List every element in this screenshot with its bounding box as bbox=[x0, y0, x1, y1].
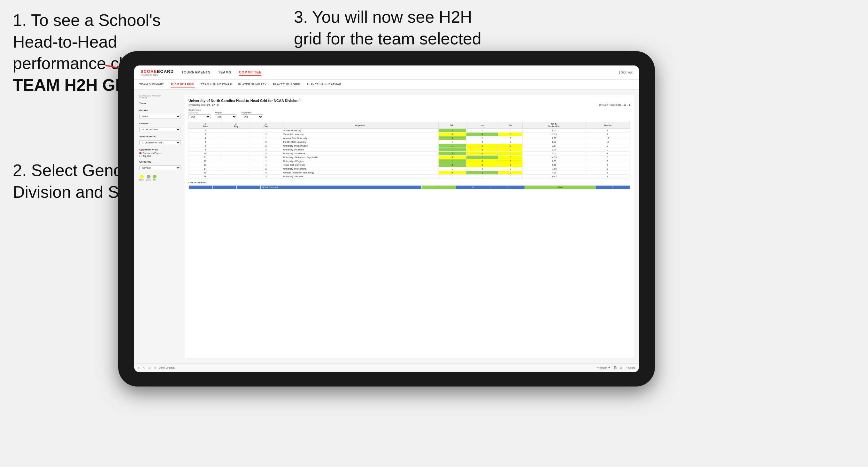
opponent-view-section: Opponent View Opponents Played Top 100 bbox=[139, 148, 181, 157]
team-section: Team bbox=[139, 102, 181, 106]
sub-nav-team-h2h-heatmap[interactable]: TEAM H2H HEATMAP bbox=[201, 81, 232, 88]
nav-teams[interactable]: TEAMS bbox=[218, 69, 231, 76]
col-loss: Loss bbox=[466, 122, 498, 129]
region-filter: Region (All) bbox=[215, 112, 237, 119]
colour-by-section: Colour by Win/loss bbox=[139, 160, 181, 170]
main-content: Last Updated: 27/03/2024 16:55:38 Team G… bbox=[134, 90, 639, 363]
right-panel: University of North Carolina Head-to-Hea… bbox=[185, 95, 634, 358]
sub-nav-player-h2h-grid[interactable]: PLAYER H2H GRID bbox=[273, 81, 300, 88]
instruction-step3: 3. You will now see H2H grid for the tea… bbox=[294, 6, 486, 50]
undo-icon[interactable]: ↩ bbox=[138, 366, 141, 370]
app-nav: SCORESCOREBOARDBOARD Powered by clippi T… bbox=[134, 65, 639, 80]
radio-opponents-played[interactable]: Opponents Played bbox=[139, 152, 181, 154]
app-logo: SCORESCOREBOARDBOARD Powered by clippi bbox=[141, 69, 174, 76]
opponent-select[interactable]: (All) bbox=[241, 114, 263, 119]
conference-select[interactable]: (All) bbox=[188, 114, 211, 119]
conference-filter: Conference Opponents: (All) bbox=[188, 109, 211, 119]
view-original[interactable]: View: Original bbox=[159, 366, 175, 369]
table-row: 12 1 University of Virginia 1 0 0 2.33 3 bbox=[189, 159, 630, 163]
legend-up: Up bbox=[153, 175, 157, 181]
opponent-filter: Opponent (All) bbox=[241, 112, 263, 119]
grid-icon[interactable]: ⊞ bbox=[620, 366, 622, 369]
table-row: 8 2 University of Washington 1 0 0 3.67 … bbox=[189, 144, 630, 148]
update-info: Last Updated: 27/03/2024 16:55:38 bbox=[139, 95, 181, 99]
col-win: Win bbox=[438, 122, 466, 129]
colour-by-select[interactable]: Win/loss bbox=[139, 165, 181, 170]
radio-dot-top100 bbox=[139, 155, 142, 157]
table-row: 9 3 University of Arizona 1 0 0 9.00 2 bbox=[189, 148, 630, 152]
bottom-toolbar: ↩ ↪ ⚙ ⏱ View: Original 👁 Watch ▼ 💬 ⊞ ↗ S… bbox=[134, 363, 639, 372]
radio-dot-opponents bbox=[139, 152, 142, 154]
col-opponent: Opponent bbox=[282, 122, 438, 129]
col-rank: #Rank bbox=[189, 122, 222, 129]
table-row: 13 1 Texas Tech University 3 0 0 5.56 9 bbox=[189, 163, 630, 167]
out-of-division-table: NCAA Division II 1 0 0 26.00 3 bbox=[188, 185, 630, 189]
col-diff: Diff AvStrokes/Rnd bbox=[523, 122, 586, 129]
table-row: 16 3 University of Florida 1 1 0 -6.42 9 bbox=[189, 175, 630, 179]
filter-row: Conference Opponents: (All) Region (All) bbox=[188, 109, 630, 119]
tablet: SCORESCOREBOARDBOARD Powered by clippi T… bbox=[118, 51, 655, 386]
region-select[interactable]: (All) bbox=[215, 114, 237, 119]
redo-icon[interactable]: ↪ bbox=[143, 366, 146, 370]
sub-nav: TEAM SUMMARY TEAM H2H GRID TEAM H2H HEAT… bbox=[134, 80, 639, 90]
sign-out[interactable]: | Sign out bbox=[619, 71, 632, 74]
gender-section: Gender Men's bbox=[139, 109, 181, 119]
table-row: 15 4 Georgia Institute of Technology 0 5… bbox=[189, 171, 630, 175]
table-row: 4 1 Arizona State University 5 1 0 2.29 … bbox=[189, 136, 630, 140]
school-select[interactable]: 1. University of Nort... bbox=[139, 140, 181, 145]
table-row: 14 2 University of Oklahoma 1 2 0 -1.00 … bbox=[189, 167, 630, 171]
grid-records: Overall Record: 89 - 17 - 0 Division Rec… bbox=[188, 103, 630, 106]
division-select[interactable]: NCAA Division I bbox=[139, 127, 181, 132]
col-tie: Tie bbox=[498, 122, 523, 129]
table-row: 3 2 Vanderbilt University 0 4 0 -2.29 8 bbox=[189, 132, 630, 136]
sub-nav-team-summary[interactable]: TEAM SUMMARY bbox=[139, 81, 164, 88]
watch-button[interactable]: 👁 Watch ▼ bbox=[597, 366, 610, 369]
sub-nav-team-h2h-grid[interactable]: TEAM H2H GRID bbox=[170, 81, 194, 88]
table-row: 2 1 Auburn University 2 1 0 1.67 9 bbox=[189, 129, 630, 132]
nav-items: TOURNAMENTS TEAMS COMMITTEE bbox=[182, 69, 619, 76]
col-conf: #Conf bbox=[250, 122, 282, 129]
table-row: 6 2 Florida State University 1 2 0 1.83 … bbox=[189, 140, 630, 144]
col-rounds: Rounds bbox=[586, 122, 630, 129]
table-row: 11 6 University of Arkansas, Fayettevill… bbox=[189, 156, 630, 159]
clock-icon: ⏱ bbox=[153, 366, 156, 370]
left-panel: Last Updated: 27/03/2024 16:55:38 Team G… bbox=[139, 95, 181, 358]
col-reg: #Reg bbox=[222, 122, 250, 129]
school-section: School (Rank) 1. University of Nort... bbox=[139, 135, 181, 145]
nav-committee[interactable]: COMMITTEE bbox=[239, 69, 261, 76]
radio-top-100[interactable]: Top 100 bbox=[139, 155, 181, 157]
grid-title: University of North Carolina Head-to-Hea… bbox=[188, 99, 630, 102]
tablet-screen: SCORESCOREBOARDBOARD Powered by clippi T… bbox=[134, 65, 639, 372]
h2h-table: #Rank #Reg #Conf Opponent Win Loss Tie D… bbox=[188, 122, 630, 179]
gender-select[interactable]: Men's bbox=[139, 114, 181, 119]
opponent-radio-group: Opponents Played Top 100 bbox=[139, 152, 181, 157]
comment-icon[interactable]: 💬 bbox=[614, 366, 617, 369]
sub-nav-player-summary[interactable]: PLAYER SUMMARY bbox=[238, 81, 267, 88]
division-section: Division NCAA Division I bbox=[139, 122, 181, 132]
share-button[interactable]: ↗ Share bbox=[625, 366, 635, 369]
legend: Down Level Up bbox=[139, 175, 181, 181]
legend-down: Down bbox=[139, 175, 144, 181]
out-division-row: NCAA Division II 1 0 0 26.00 3 bbox=[189, 186, 630, 189]
toolbar-right: 👁 Watch ▼ 💬 ⊞ ↗ Share bbox=[597, 366, 635, 369]
out-of-division-header: Out of division bbox=[188, 181, 630, 184]
legend-level: Level bbox=[146, 175, 151, 181]
nav-tournaments[interactable]: TOURNAMENTS bbox=[182, 69, 211, 76]
sub-nav-player-h2h-heatmap[interactable]: PLAYER H2H HEATMAP bbox=[307, 81, 341, 88]
table-row: 10 5 University of Alabama 3 0 0 2.61 8 bbox=[189, 152, 630, 156]
settings-icon[interactable]: ⚙ bbox=[148, 366, 151, 370]
